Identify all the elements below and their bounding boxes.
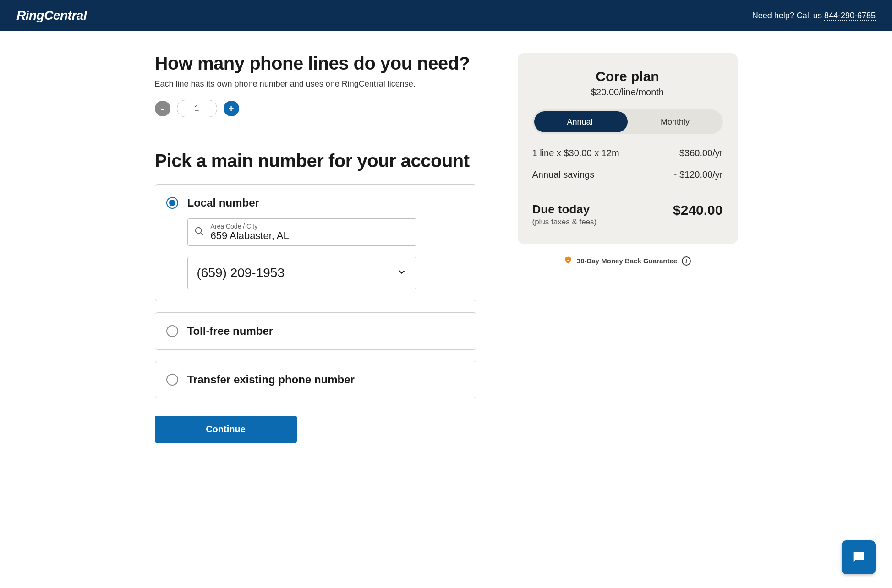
toggle-annual[interactable]: Annual bbox=[532, 109, 628, 134]
phone-number-select[interactable]: (659) 209-1953 bbox=[187, 257, 416, 289]
option-toll-free-label: Toll-free number bbox=[187, 325, 274, 338]
line2-value: - $120.00/yr bbox=[674, 169, 723, 180]
chevron-down-icon bbox=[397, 266, 407, 280]
header-bar: RingCentral Need help? Call us 844-290-6… bbox=[0, 0, 892, 31]
radio-local[interactable] bbox=[166, 197, 178, 209]
money-back-guarantee: 30-Day Money Back Guarantee i bbox=[518, 256, 738, 266]
decrement-button[interactable]: - bbox=[155, 101, 170, 116]
toggle-monthly[interactable]: Monthly bbox=[628, 109, 723, 134]
help-text: Need help? Call us bbox=[752, 11, 824, 20]
shield-check-icon bbox=[564, 256, 572, 266]
plan-price: $20.00/line/month bbox=[532, 87, 723, 98]
line1-label: 1 line x $30.00 x 12m bbox=[532, 148, 619, 158]
svg-point-0 bbox=[195, 228, 201, 234]
option-transfer-label: Transfer existing phone number bbox=[187, 373, 355, 386]
option-local-label: Local number bbox=[187, 196, 259, 209]
continue-button[interactable]: Continue bbox=[155, 416, 297, 443]
line1-value: $360.00/yr bbox=[679, 148, 723, 158]
option-local-number[interactable]: Local number Area Code / City 659 Alabas… bbox=[155, 184, 476, 301]
line-count-input[interactable] bbox=[177, 100, 217, 117]
summary-divider bbox=[532, 191, 723, 191]
pick-number-title: Pick a main number for your account bbox=[155, 151, 476, 171]
due-sub: (plus taxes & fees) bbox=[532, 218, 597, 227]
line-item-subtotal: 1 line x $30.00 x 12m $360.00/yr bbox=[532, 148, 723, 158]
due-amount: $240.00 bbox=[673, 202, 722, 218]
guarantee-text: 30-Day Money Back Guarantee bbox=[577, 257, 677, 265]
help-call: Need help? Call us 844-290-6785 bbox=[752, 11, 876, 21]
help-phone-link[interactable]: 844-290-6785 bbox=[824, 11, 876, 20]
area-code-search[interactable]: Area Code / City 659 Alabaster, AL bbox=[187, 218, 416, 246]
search-icon bbox=[194, 226, 204, 238]
radio-transfer[interactable] bbox=[166, 374, 178, 386]
line-item-savings: Annual savings - $120.00/yr bbox=[532, 169, 723, 180]
order-summary: Core plan $20.00/line/month Annual Month… bbox=[518, 53, 738, 244]
option-toll-free[interactable]: Toll-free number bbox=[155, 312, 476, 350]
lines-subtitle: Each line has its own phone number and u… bbox=[155, 79, 476, 89]
option-transfer[interactable]: Transfer existing phone number bbox=[155, 361, 476, 398]
svg-line-1 bbox=[200, 233, 203, 235]
info-icon[interactable]: i bbox=[682, 256, 691, 266]
due-label: Due today bbox=[532, 202, 597, 217]
due-today-row: Due today (plus taxes & fees) $240.00 bbox=[532, 202, 723, 227]
billing-toggle: Annual Monthly bbox=[532, 109, 723, 134]
increment-button[interactable]: + bbox=[224, 101, 239, 116]
area-code-label: Area Code / City bbox=[211, 223, 289, 230]
lines-title: How many phone lines do you need? bbox=[155, 53, 476, 74]
radio-toll-free[interactable] bbox=[166, 325, 178, 337]
area-code-value: 659 Alabaster, AL bbox=[211, 230, 289, 242]
line2-label: Annual savings bbox=[532, 169, 595, 180]
section-divider bbox=[155, 132, 476, 132]
selected-phone-number: (659) 209-1953 bbox=[197, 266, 285, 280]
plan-name: Core plan bbox=[532, 69, 723, 84]
brand-logo: RingCentral bbox=[16, 8, 87, 23]
quantity-stepper: - + bbox=[155, 100, 476, 117]
